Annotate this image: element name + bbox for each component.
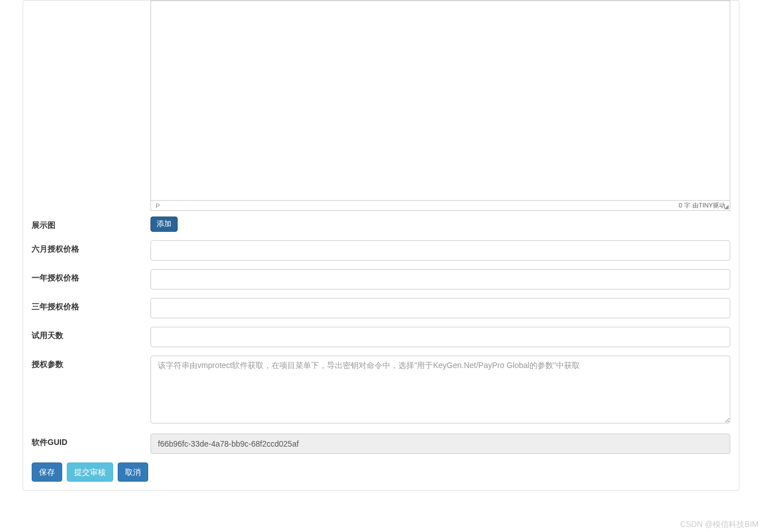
display-image-control: 添加 (150, 217, 730, 232)
software-guid-row: 软件GUID (32, 434, 730, 454)
three-year-price-input[interactable] (150, 298, 730, 318)
submit-review-button[interactable]: 提交审核 (67, 462, 113, 482)
one-year-price-label: 一年授权价格 (32, 269, 150, 283)
three-year-price-label: 三年授权价格 (32, 298, 150, 312)
auth-params-textarea[interactable] (150, 356, 730, 423)
save-button[interactable]: 保存 (32, 462, 62, 482)
add-image-button[interactable]: 添加 (150, 217, 178, 232)
software-guid-label: 软件GUID (32, 434, 150, 448)
rich-text-editor: P 0 字 由TINY驱动 (150, 1, 730, 211)
tiny-powered-link[interactable]: 由TINY驱动 (692, 201, 725, 210)
editor-path: P (156, 202, 160, 209)
one-year-price-input[interactable] (150, 269, 730, 289)
one-year-price-row: 一年授权价格 (32, 269, 730, 289)
trial-days-row: 试用天数 (32, 327, 730, 347)
action-buttons: 保存 提交审核 取消 (32, 462, 730, 482)
editor-status-right: 0 字 由TINY驱动 (679, 201, 725, 210)
editor-row: P 0 字 由TINY驱动 (32, 1, 730, 211)
trial-days-input[interactable] (150, 327, 730, 347)
trial-days-label: 试用天数 (32, 327, 150, 341)
six-month-price-label: 六月授权价格 (32, 240, 150, 254)
auth-params-row: 授权参数 (32, 356, 730, 425)
software-guid-input (150, 434, 730, 454)
auth-params-label: 授权参数 (32, 356, 150, 370)
editor-content-area[interactable] (150, 1, 730, 200)
resize-handle-icon[interactable] (723, 204, 730, 210)
six-month-price-row: 六月授权价格 (32, 240, 730, 261)
three-year-price-row: 三年授权价格 (32, 298, 730, 318)
six-month-price-input[interactable] (150, 240, 730, 261)
editor-status-bar: P 0 字 由TINY驱动 (150, 200, 730, 211)
editor-label (32, 1, 150, 211)
editor-word-count: 0 字 (679, 201, 690, 210)
display-image-label: 展示图 (32, 217, 150, 231)
display-image-row: 展示图 添加 (32, 217, 730, 232)
cancel-button[interactable]: 取消 (118, 462, 148, 482)
form-panel: P 0 字 由TINY驱动 展示图 添加 六月授权价格 一年授权价格 三年授权价… (23, 0, 739, 491)
